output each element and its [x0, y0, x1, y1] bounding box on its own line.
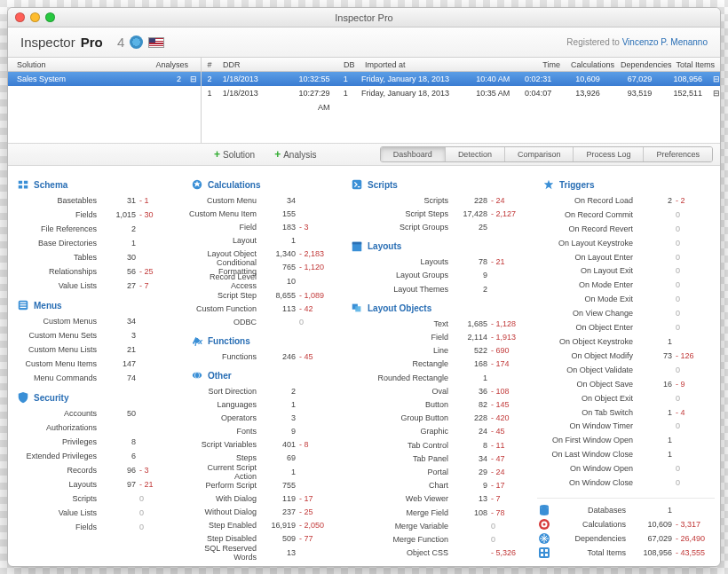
data-row[interactable]: Script Variables401- 8 — [186, 439, 338, 451]
tab-detection[interactable]: Detection — [446, 147, 505, 161]
col-imported[interactable]: Imported at — [360, 58, 475, 71]
clock-icon[interactable] — [130, 35, 143, 49]
delete-icon[interactable]: ⊟ — [708, 72, 720, 86]
close-icon[interactable] — [15, 12, 25, 22]
data-row[interactable]: Base Directories1 — [12, 237, 178, 249]
data-row[interactable]: On Object Save16- 9 — [537, 378, 715, 390]
data-row[interactable]: Custom Function113- 42 — [186, 303, 338, 314]
registered-user-link[interactable]: Vincenzo P. Menanno — [622, 37, 708, 47]
data-row[interactable]: Languages1 — [186, 398, 338, 410]
solution-row[interactable]: Sales System2⊟ — [8, 72, 201, 86]
data-row[interactable]: Operators3 — [186, 413, 338, 424]
data-row[interactable]: On Object Keystroke1 — [537, 335, 715, 348]
data-row[interactable]: Fields0 — [12, 521, 178, 533]
data-row[interactable]: ODBC0 — [186, 316, 338, 327]
analysis-row[interactable]: 21/18/201310:32:55 AM1Friday, January 18… — [202, 72, 720, 86]
data-row[interactable]: Web Viewer13- 7 — [345, 493, 530, 505]
data-row[interactable]: Portal29- 24 — [345, 466, 530, 477]
data-row[interactable]: Value Lists0 — [12, 507, 178, 519]
data-row[interactable]: Step Enabled16,919- 2,050 — [186, 520, 338, 531]
data-row[interactable]: Sort Direction2 — [186, 385, 338, 397]
data-row[interactable]: On Record Load2- 2 — [537, 194, 715, 207]
data-row[interactable]: Field2,114- 1,913 — [345, 331, 530, 342]
data-row[interactable]: Layout Groups9 — [345, 270, 530, 281]
data-row[interactable]: Merge Function0 — [345, 533, 530, 545]
data-row[interactable]: On Mode Enter0 — [537, 279, 715, 291]
data-row[interactable]: Privileges8 — [12, 436, 178, 448]
data-row[interactable]: On Window Close0 — [537, 476, 715, 489]
data-row[interactable]: Menu Commands74 — [12, 372, 178, 384]
data-row[interactable]: On Record Commit0 — [537, 208, 715, 221]
data-row[interactable]: Object CSS- 5,326 — [345, 547, 530, 559]
data-row[interactable]: Graphic24- 45 — [345, 426, 530, 437]
data-row[interactable]: Layouts78- 21 — [345, 256, 530, 268]
data-row[interactable]: Basetables31- 1 — [12, 194, 178, 207]
data-row[interactable]: Button82- 145 — [345, 398, 530, 410]
data-row[interactable]: Records96- 3 — [12, 464, 178, 476]
data-row[interactable]: On Window Timer0 — [537, 421, 715, 433]
data-row[interactable]: Value Lists27- 7 — [12, 279, 178, 292]
data-row[interactable]: On Object Exit0 — [537, 392, 715, 405]
tab-process log[interactable]: Process Log — [574, 147, 644, 161]
data-row[interactable]: On Record Revert0 — [537, 223, 715, 235]
data-row[interactable]: Accounts50 — [12, 407, 178, 420]
data-row[interactable]: Script Step8,655- 1,089 — [186, 289, 338, 301]
col-num[interactable]: # — [202, 58, 218, 71]
col-analyses[interactable]: Analyses — [151, 58, 201, 71]
data-row[interactable]: With Dialog119- 17 — [186, 493, 338, 505]
data-row[interactable]: Tab Panel34- 47 — [345, 452, 530, 464]
analysis-row[interactable]: 11/18/201310:27:29 AM1Friday, January 18… — [202, 86, 720, 100]
data-row[interactable]: Conditional Formatting765- 1,120 — [186, 261, 338, 273]
summary-row[interactable]: Dependencies67,029- 26,490 — [537, 532, 715, 545]
data-row[interactable]: Layout1 — [186, 234, 338, 246]
data-row[interactable]: Authorizations — [12, 421, 178, 434]
summary-row[interactable]: Total Items108,956- 43,555 — [537, 546, 715, 559]
data-row[interactable]: On View Change0 — [537, 307, 715, 319]
data-row[interactable]: SQL Reserved Words13 — [186, 546, 338, 559]
col-total[interactable]: Total Items — [669, 58, 720, 71]
data-row[interactable]: Field183- 3 — [186, 221, 338, 232]
data-row[interactable]: Script Steps17,428- 2,127 — [345, 208, 530, 219]
data-row[interactable]: Perform Script755 — [186, 480, 338, 491]
data-row[interactable]: Custom Menus34 — [12, 315, 178, 327]
zoom-icon[interactable] — [45, 12, 55, 22]
data-row[interactable]: Custom Menu34 — [186, 194, 338, 206]
data-row[interactable]: Rectangle168- 174 — [345, 358, 530, 370]
data-row[interactable]: On Object Modify73- 126 — [537, 350, 715, 362]
data-row[interactable]: Rounded Rectangle1 — [345, 372, 530, 383]
col-time[interactable]: Time — [523, 58, 566, 71]
data-row[interactable]: Custom Menu Item155 — [186, 208, 338, 219]
data-row[interactable]: Layout Themes2 — [345, 283, 530, 295]
data-row[interactable]: Oval36- 108 — [345, 385, 530, 397]
data-row[interactable]: On Last Window Close1 — [537, 448, 715, 460]
data-row[interactable]: Fonts9 — [186, 426, 338, 437]
data-row[interactable]: On Tab Switch1- 4 — [537, 406, 715, 419]
data-row[interactable]: Custom Menu Lists21 — [12, 343, 178, 356]
data-row[interactable]: Merge Field108- 78 — [345, 507, 530, 518]
col-ddr[interactable]: DDR Generated — [218, 58, 285, 71]
data-row[interactable]: On Mode Exit0 — [537, 293, 715, 305]
data-row[interactable]: Functions246- 45 — [186, 350, 338, 362]
tab-dashboard[interactable]: Dashboard — [381, 147, 446, 161]
delete-icon[interactable]: ⊟ — [708, 86, 720, 100]
data-row[interactable]: On First Window Open1 — [537, 434, 715, 446]
data-row[interactable]: On Layout Enter0 — [537, 251, 715, 263]
data-row[interactable]: Fields1,015- 30 — [12, 208, 178, 221]
data-row[interactable]: Tab Control8- 11 — [345, 439, 530, 451]
data-row[interactable]: Scripts228- 24 — [345, 194, 530, 206]
data-row[interactable]: On Object Enter0 — [537, 321, 715, 334]
data-row[interactable]: Custom Menu Items147 — [12, 358, 178, 370]
col-solution[interactable]: Solution — [8, 58, 151, 71]
data-row[interactable]: Custom Menu Sets3 — [12, 329, 178, 342]
col-dep[interactable]: Dependencies — [615, 58, 669, 71]
data-row[interactable]: On Layout Exit0 — [537, 265, 715, 278]
summary-row[interactable]: Databases1 — [537, 504, 715, 516]
data-row[interactable]: Layouts97- 21 — [12, 478, 178, 491]
data-row[interactable]: Chart9- 17 — [345, 480, 530, 491]
data-row[interactable]: Relationships56- 25 — [12, 265, 178, 278]
flag-icon[interactable] — [148, 37, 164, 48]
data-row[interactable]: Merge Variable0 — [345, 520, 530, 531]
add-analysis-button[interactable]: +Analysis — [267, 146, 323, 162]
tab-preferences[interactable]: Preferences — [644, 147, 712, 161]
data-row[interactable]: Scripts0 — [12, 492, 178, 505]
